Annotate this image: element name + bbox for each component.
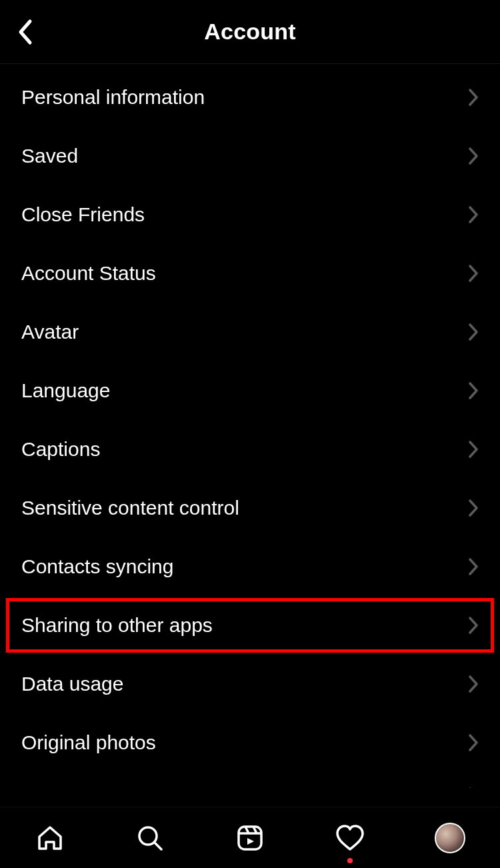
row-label: Contacts syncing — [21, 555, 173, 578]
chevron-right-icon — [468, 147, 479, 165]
tab-activity[interactable] — [329, 817, 371, 859]
row-label: Language — [21, 379, 110, 402]
row-sensitive-content-control[interactable]: Sensitive content control — [0, 479, 500, 537]
chevron-right-icon — [468, 675, 479, 693]
home-icon — [34, 822, 66, 854]
row-label: Original photos — [21, 731, 156, 754]
page-title: Account — [204, 19, 295, 45]
header: Account — [0, 0, 500, 64]
row-contacts-syncing[interactable]: Contacts syncing — [0, 537, 500, 596]
content-cutoff — [0, 788, 500, 807]
avatar — [435, 823, 465, 853]
row-label: Personal information — [21, 86, 205, 109]
row-personal-information[interactable]: Personal information — [0, 68, 500, 127]
row-original-photos[interactable]: Original photos — [0, 713, 500, 772]
chevron-right-icon — [468, 323, 479, 341]
notification-dot — [347, 858, 353, 863]
reels-icon — [234, 822, 266, 854]
chevron-right-icon — [468, 499, 479, 517]
tab-search[interactable] — [129, 817, 171, 859]
row-data-usage[interactable]: Data usage — [0, 655, 500, 713]
chevron-right-icon — [468, 205, 479, 224]
chevron-right-icon — [468, 440, 479, 459]
chevron-right-icon — [468, 616, 479, 635]
tab-home[interactable] — [29, 817, 71, 859]
row-sharing-to-other-apps[interactable]: Sharing to other apps — [4, 596, 496, 655]
back-button[interactable] — [9, 16, 41, 48]
row-label: Saved — [21, 145, 78, 167]
row-label: Account Status — [21, 262, 156, 285]
row-label: Sensitive content control — [21, 497, 239, 519]
settings-list: Personal information Saved Close Friends… — [0, 64, 500, 812]
row-label: Data usage — [21, 673, 123, 695]
chevron-left-icon — [17, 19, 34, 45]
row-language[interactable]: Language — [0, 361, 500, 420]
row-label: Sharing to other apps — [21, 614, 213, 637]
chevron-right-icon — [468, 557, 479, 576]
search-icon — [134, 822, 166, 854]
row-captions[interactable]: Captions — [0, 420, 500, 479]
svg-rect-1 — [239, 827, 261, 849]
row-close-friends[interactable]: Close Friends — [0, 185, 500, 244]
row-label: Captions — [21, 438, 100, 461]
row-saved[interactable]: Saved — [0, 127, 500, 185]
row-label: Avatar — [21, 321, 79, 343]
heart-icon — [333, 823, 367, 853]
tab-bar — [0, 807, 500, 868]
row-label: Close Friends — [21, 203, 145, 226]
chevron-right-icon — [468, 264, 479, 283]
tab-profile[interactable] — [429, 817, 471, 859]
chevron-right-icon — [468, 733, 479, 752]
row-account-status[interactable]: Account Status — [0, 244, 500, 303]
tab-reels[interactable] — [229, 817, 271, 859]
row-avatar[interactable]: Avatar — [0, 303, 500, 361]
chevron-right-icon — [468, 88, 479, 107]
chevron-right-icon — [468, 381, 479, 400]
